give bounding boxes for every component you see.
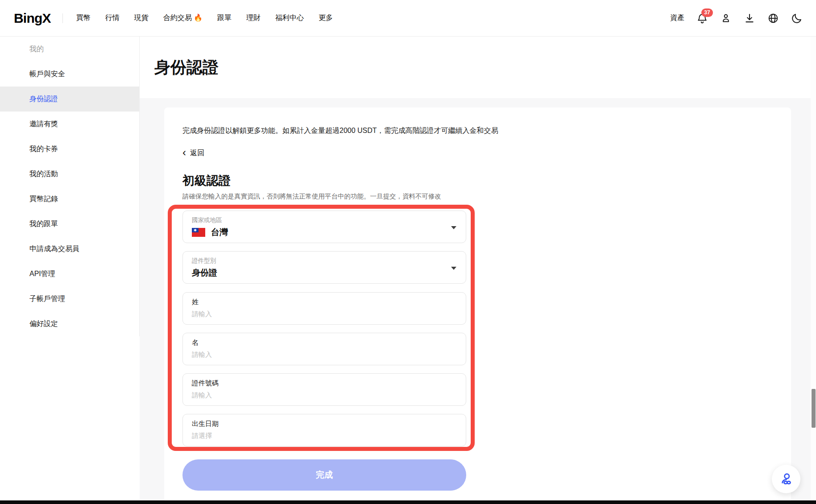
scrollbar-track[interactable] bbox=[811, 37, 816, 500]
last-name-input[interactable] bbox=[192, 310, 442, 318]
notification-count-badge: 37 bbox=[701, 8, 713, 17]
nav-item-spot[interactable]: 現貨 bbox=[134, 13, 149, 23]
sidebar-item-buy-crypto-history[interactable]: 買幣記錄 bbox=[0, 186, 140, 211]
sidebar-item-sub-accounts[interactable]: 子帳戶管理 bbox=[0, 286, 140, 311]
sidebar-item-identity-verification[interactable]: 身份認證 bbox=[0, 87, 140, 112]
section-title: 初級認證 bbox=[182, 173, 231, 189]
main-menu: 買幣 行情 現貨 合約交易 🔥 跟單 理財 福利中心 更多 bbox=[76, 13, 333, 23]
sidebar-item-apply-trader[interactable]: 申請成為交易員 bbox=[0, 236, 140, 261]
birth-date-label: 出生日期 bbox=[192, 420, 457, 428]
nav-item-futures[interactable]: 合約交易 🔥 bbox=[163, 13, 203, 23]
nav-item-copy-trading[interactable]: 跟單 bbox=[217, 13, 232, 23]
back-label: 返回 bbox=[190, 149, 204, 158]
page-title: 身份認證 bbox=[154, 57, 219, 78]
id-type-value: 身份證 bbox=[192, 267, 217, 279]
window-bottom-edge bbox=[0, 500, 816, 504]
country-select[interactable]: 國家或地區 台灣 bbox=[182, 211, 466, 243]
nav-right-cluster: 資產 37 bbox=[670, 12, 803, 24]
assets-link[interactable]: 資產 bbox=[670, 13, 684, 23]
customer-support-button[interactable] bbox=[772, 465, 800, 493]
nav-item-rewards-hub[interactable]: 福利中心 bbox=[275, 13, 304, 23]
id-type-select[interactable]: 證件型別 身份證 bbox=[182, 251, 466, 284]
nav-item-buy-crypto[interactable]: 買幣 bbox=[76, 13, 91, 23]
verification-card: 完成身份認證以解鎖更多功能。如累計入金量超過2000 USDT，需完成高階認證才… bbox=[164, 107, 791, 500]
first-name-input[interactable] bbox=[192, 351, 442, 358]
country-label: 國家或地區 bbox=[192, 216, 457, 224]
birth-date-field[interactable]: 出生日期 bbox=[182, 414, 466, 446]
sidebar-item-preferences[interactable]: 偏好設定 bbox=[0, 311, 140, 336]
theme-moon-icon[interactable] bbox=[791, 12, 803, 24]
first-name-field: 名 bbox=[182, 333, 466, 365]
scrollbar-thumb[interactable] bbox=[812, 389, 816, 428]
id-number-input[interactable] bbox=[192, 391, 442, 399]
section-subtitle: 請確保您輸入的是真實資訊，否則將無法正常使用平台中的功能。一旦提交，資料不可修改 bbox=[182, 192, 441, 201]
bingx-logo[interactable]: BingX bbox=[14, 11, 51, 26]
user-icon[interactable] bbox=[720, 12, 732, 24]
country-value: 台灣 bbox=[211, 227, 228, 238]
first-name-label: 名 bbox=[192, 339, 457, 347]
support-agent-icon bbox=[778, 471, 794, 487]
last-name-field: 姓 bbox=[182, 292, 466, 325]
id-type-label: 證件型別 bbox=[192, 257, 457, 265]
sidebar-item-my-coupons[interactable]: 我的卡券 bbox=[0, 136, 140, 161]
id-number-label: 證件號碼 bbox=[192, 379, 457, 388]
back-button[interactable]: ‹ 返回 bbox=[182, 149, 204, 158]
sidebar: 我的 帳戶與安全 身份認證 邀請有獎 我的卡券 我的活動 買幣記錄 我的跟單 申… bbox=[0, 37, 140, 500]
chevron-left-icon: ‹ bbox=[182, 148, 186, 157]
verification-notice: 完成身份認證以解鎖更多功能。如累計入金量超過2000 USDT，需完成高階認證才… bbox=[182, 126, 498, 136]
sidebar-item-my-activities[interactable]: 我的活動 bbox=[0, 161, 140, 186]
top-navigation: BingX 買幣 行情 現貨 合約交易 🔥 跟單 理財 福利中心 更多 資產 3… bbox=[0, 0, 816, 37]
language-globe-icon[interactable] bbox=[767, 12, 779, 24]
id-number-field: 證件號碼 bbox=[182, 373, 466, 406]
nav-divider bbox=[62, 13, 63, 23]
submit-button[interactable]: 完成 bbox=[182, 459, 466, 491]
notification-bell-icon[interactable]: 37 bbox=[696, 12, 708, 24]
nav-item-markets[interactable]: 行情 bbox=[105, 13, 120, 23]
birth-date-input[interactable] bbox=[192, 432, 442, 439]
taiwan-flag-icon bbox=[192, 228, 205, 237]
chevron-down-icon bbox=[451, 226, 456, 229]
nav-item-more[interactable]: 更多 bbox=[319, 13, 333, 23]
sidebar-item-account-security[interactable]: 帳戶與安全 bbox=[0, 62, 140, 87]
chevron-down-icon bbox=[451, 267, 456, 270]
sidebar-section-label: 我的 bbox=[0, 37, 140, 62]
sidebar-item-api-management[interactable]: API管理 bbox=[0, 261, 140, 286]
last-name-label: 姓 bbox=[192, 298, 457, 306]
sidebar-item-referral[interactable]: 邀請有獎 bbox=[0, 112, 140, 136]
sidebar-item-my-copy-trading[interactable]: 我的跟單 bbox=[0, 211, 140, 236]
nav-item-wealth[interactable]: 理財 bbox=[246, 13, 261, 23]
download-app-icon[interactable] bbox=[744, 12, 755, 24]
page-title-band: 身份認證 bbox=[140, 37, 816, 98]
